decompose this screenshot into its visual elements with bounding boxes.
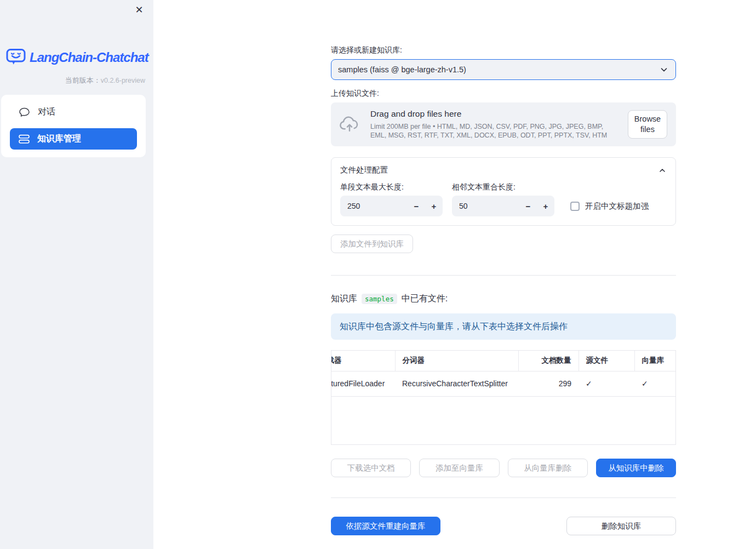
decrement-button[interactable]: − xyxy=(408,196,425,216)
expander-header[interactable]: 文件处理配置 xyxy=(340,165,667,175)
increment-button[interactable]: + xyxy=(425,196,443,216)
sidebar-menu: 对话 知识库管理 xyxy=(1,95,146,157)
kb-name-code: samples xyxy=(362,294,397,304)
checkmark-icon: ✓ xyxy=(642,379,648,388)
divider xyxy=(331,497,676,498)
sidebar: ✕ LangChain-Chatchat 当前版本：v0.2.6-preview… xyxy=(0,0,153,549)
kb-management-page: 请选择或新建知识库: samples (faiss @ bge-large-zh… xyxy=(331,0,676,535)
column-header-vector-store[interactable]: 向量库 xyxy=(634,351,676,371)
close-icon[interactable]: ✕ xyxy=(133,3,146,16)
table-header-row: 文档加载器 分词器 文档数量 源文件 向量库 xyxy=(331,351,676,371)
table-row[interactable]: UnstructuredFileLoader RecursiveCharacte… xyxy=(331,371,676,396)
dropzone-limit-text: Limit 200MB per file • HTML, MD, JSON, C… xyxy=(370,122,612,140)
increment-button[interactable]: + xyxy=(537,196,554,216)
kb-files-suffix: 中已有文件: xyxy=(402,293,448,305)
kb-files-prefix: 知识库 xyxy=(331,293,357,305)
sidebar-item-label: 知识库管理 xyxy=(37,133,81,145)
cell-splitter: RecursiveCharacterTextSplitter xyxy=(395,371,518,396)
delete-kb-button[interactable]: 删除知识库 xyxy=(566,517,676,535)
dropzone-texts: Drag and drop files here Limit 200MB per… xyxy=(370,109,618,140)
chinese-title-enhance-checkbox[interactable] xyxy=(570,202,580,211)
delete-from-kb-button[interactable]: 从知识库中删除 xyxy=(596,459,676,477)
version-value: v0.2.6-preview xyxy=(101,77,145,84)
kb-select-label: 请选择或新建知识库: xyxy=(331,45,676,55)
delete-from-vector-store-button[interactable]: 从向量库删除 xyxy=(508,459,588,477)
file-config-expander: 文件处理配置 单段文本最大长度: 250 − + 相邻文本重合长度: 50 xyxy=(331,157,676,226)
kb-files-heading: 知识库 samples 中已有文件: xyxy=(331,293,676,305)
overlap-size-field: 相邻文本重合长度: 50 − + xyxy=(452,182,554,216)
column-header-doc-count[interactable]: 文档数量 xyxy=(518,351,579,371)
column-header-source-file[interactable]: 源文件 xyxy=(579,351,634,371)
chunk-size-value[interactable]: 250 xyxy=(347,202,408,210)
app-title: LangChain-Chatchat xyxy=(30,50,148,65)
divider xyxy=(331,275,676,276)
dropzone-title: Drag and drop files here xyxy=(370,109,612,119)
add-to-vector-store-button[interactable]: 添加至向量库 xyxy=(419,459,499,477)
kb-files-table[interactable]: 文档加载器 分词器 文档数量 源文件 向量库 UnstructuredFileL… xyxy=(331,350,676,445)
chunk-size-field: 单段文本最大长度: 250 − + xyxy=(340,182,443,216)
decrement-button[interactable]: − xyxy=(519,196,537,216)
info-alert: 知识库中包含源文件与向量库，请从下表中选择文件后操作 xyxy=(331,313,676,340)
kb-selectbox-value: samples (faiss @ bge-large-zh-v1.5) xyxy=(338,65,659,74)
column-header-loader[interactable]: 文档加载器 xyxy=(331,351,395,371)
overlap-size-label: 相邻文本重合长度: xyxy=(452,182,554,192)
cloud-upload-icon xyxy=(339,116,360,133)
file-actions-row: 下载选中文档 添加至向量库 从向量库删除 从知识库中删除 xyxy=(331,459,676,477)
checkmark-icon: ✓ xyxy=(586,379,592,388)
kb-selectbox[interactable]: samples (faiss @ bge-large-zh-v1.5) xyxy=(331,59,676,80)
browse-files-button[interactable]: Browse files xyxy=(628,110,667,139)
upload-label: 上传知识文件: xyxy=(331,89,676,98)
chat-smiley-logo-icon xyxy=(6,48,26,66)
chevron-up-icon xyxy=(658,166,667,175)
overlap-size-input[interactable]: 50 − + xyxy=(452,196,554,216)
app-logo: LangChain-Chatchat xyxy=(6,48,148,66)
sidebar-item-knowledge-base[interactable]: 知识库管理 xyxy=(10,128,137,150)
add-files-to-kb-button[interactable]: 添加文件到知识库 xyxy=(331,235,413,253)
stack-icon xyxy=(19,134,30,144)
chinese-title-enhance-label: 开启中文标题加强 xyxy=(585,201,649,211)
expander-title: 文件处理配置 xyxy=(340,165,388,175)
cell-vector-store-check: ✓ xyxy=(634,371,676,396)
chevron-down-icon xyxy=(659,65,669,75)
cell-doc-count: 299 xyxy=(518,371,579,396)
file-dropzone[interactable]: Drag and drop files here Limit 200MB per… xyxy=(331,102,676,146)
cell-loader: UnstructuredFileLoader xyxy=(331,371,395,396)
info-alert-text: 知识库中包含源文件与向量库，请从下表中选择文件后操作 xyxy=(340,322,568,331)
overlap-size-value[interactable]: 50 xyxy=(459,202,519,210)
sidebar-item-dialogue[interactable]: 对话 xyxy=(10,101,137,123)
chinese-title-enhance-row: 开启中文标题加强 xyxy=(570,196,667,216)
sidebar-item-label: 对话 xyxy=(38,106,55,118)
download-selected-button[interactable]: 下载选中文档 xyxy=(331,459,411,477)
column-header-splitter[interactable]: 分词器 xyxy=(395,351,518,371)
chat-bubble-icon xyxy=(19,107,30,118)
rebuild-vector-store-button[interactable]: 依据源文件重建向量库 xyxy=(331,517,440,535)
chunk-size-label: 单段文本最大长度: xyxy=(340,182,443,192)
chunk-size-input[interactable]: 250 − + xyxy=(340,196,443,216)
kb-bottom-actions: 依据源文件重建向量库 删除知识库 xyxy=(331,517,676,535)
expander-body: 单段文本最大长度: 250 − + 相邻文本重合长度: 50 − + 开启中文标… xyxy=(340,182,667,216)
cell-source-file-check: ✓ xyxy=(579,371,634,396)
version-info: 当前版本：v0.2.6-preview xyxy=(0,76,145,85)
version-label: 当前版本： xyxy=(65,76,101,84)
